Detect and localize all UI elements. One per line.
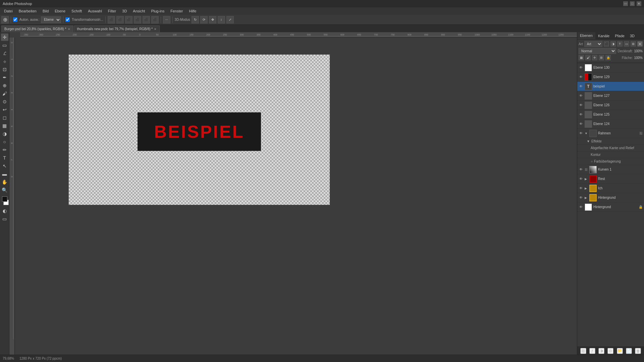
- layer-vis-rest[interactable]: 👁: [579, 177, 583, 181]
- new-layer-btn[interactable]: 📄: [626, 348, 632, 354]
- 3d-orbit-btn[interactable]: ↻: [192, 16, 199, 23]
- tab-burger[interactable]: Burger.psd bei 20,8% (sparkles, RGB/8) *…: [1, 25, 73, 32]
- filter-toggle[interactable]: ●: [637, 41, 643, 47]
- layer-effekte-arrow[interactable]: ▼: [587, 139, 590, 143]
- layer-effekte[interactable]: ▼ Effekte: [577, 138, 644, 145]
- lasso-tool[interactable]: 𝓛: [1, 50, 8, 57]
- menu-plugins[interactable]: Plug-ins: [148, 8, 167, 14]
- layer-beispiel[interactable]: 👁 T beispiel: [577, 82, 644, 91]
- minimize-button[interactable]: —: [623, 1, 628, 6]
- text-tool[interactable]: T: [1, 154, 8, 162]
- spot-heal-tool[interactable]: ⊕: [1, 82, 8, 89]
- blur-tool[interactable]: ◑: [1, 130, 8, 137]
- layer-vis-ebene130[interactable]: 👁: [579, 65, 583, 70]
- layer-vis-ebene126[interactable]: 👁: [579, 103, 583, 108]
- path-select-tool[interactable]: ↖: [1, 162, 8, 170]
- layer-kurven1[interactable]: 👁 ⛓ Kurven 1: [577, 165, 644, 174]
- filter-shape-btn[interactable]: ▭: [624, 41, 629, 47]
- 3d-roll-btn[interactable]: ⟳: [200, 16, 208, 23]
- select-rect-tool[interactable]: ▭: [1, 42, 8, 49]
- eraser-tool[interactable]: ◻: [1, 114, 8, 121]
- layer-ich[interactable]: 👁 ▶ Ich: [577, 184, 644, 193]
- tab-3d[interactable]: 3D: [627, 32, 637, 39]
- auto-select-dropdown[interactable]: Ebene: [41, 16, 61, 23]
- add-style-btn[interactable]: ƒ: [589, 348, 595, 354]
- filter-adj-btn[interactable]: ◑: [610, 41, 616, 47]
- layer-vis-hintergrund[interactable]: 👁: [579, 205, 583, 209]
- tab-pfade[interactable]: Pfade: [612, 32, 627, 39]
- fg-color[interactable]: [2, 196, 7, 202]
- 3d-slide-btn[interactable]: ↕: [218, 16, 225, 23]
- brush-tool[interactable]: 🖌: [1, 90, 8, 97]
- menu-auswahl[interactable]: Auswahl: [85, 8, 105, 14]
- menu-schrift[interactable]: Schrift: [69, 8, 85, 14]
- add-mask-btn[interactable]: ◑: [598, 348, 604, 354]
- lock-move-btn[interactable]: ✛: [592, 55, 597, 60]
- layer-hintergrund-group[interactable]: 👁 ▶ Hintergrund: [577, 193, 644, 202]
- hand-tool[interactable]: ✋: [1, 178, 8, 186]
- layer-rest[interactable]: 👁 ▶ Rest: [577, 174, 644, 184]
- layer-vis-ebene127[interactable]: 👁: [579, 94, 583, 98]
- menu-3d[interactable]: 3D: [119, 8, 129, 14]
- layer-ich-arrow[interactable]: ▶: [585, 187, 588, 190]
- menu-bild[interactable]: Bild: [40, 8, 51, 14]
- layer-hintergrund-group-arrow[interactable]: ▶: [585, 196, 588, 199]
- shape-tool[interactable]: ▬: [1, 170, 8, 178]
- layer-vis-ebene124[interactable]: 👁: [579, 122, 583, 126]
- menu-filter[interactable]: Filter: [105, 8, 119, 14]
- more-options-btn[interactable]: ···: [163, 16, 170, 23]
- menu-hilfe[interactable]: Hilfe: [186, 8, 199, 14]
- layer-rahmen[interactable]: 👁 ▼ Rahmen ⛓: [577, 129, 644, 138]
- layer-vis-ich[interactable]: 👁: [579, 186, 583, 191]
- layer-kontur[interactable]: Kontur: [577, 152, 644, 158]
- delete-layer-btn[interactable]: 🗑: [635, 348, 641, 354]
- crop-tool[interactable]: ⊡: [1, 66, 8, 73]
- lock-artboard-btn[interactable]: ⊞: [599, 55, 604, 60]
- align-right-btn[interactable]: ⬛: [151, 16, 159, 23]
- menu-ansicht[interactable]: Ansicht: [130, 8, 148, 14]
- tab-ebenen[interactable]: Ebenen: [577, 32, 595, 39]
- clone-tool[interactable]: ⊙: [1, 98, 8, 105]
- layer-vis-hintergrund-group[interactable]: 👁: [579, 195, 583, 200]
- link-layers-btn[interactable]: ⛓: [580, 348, 586, 354]
- menu-fenster[interactable]: Fenster: [168, 8, 185, 14]
- close-button[interactable]: ✕: [637, 1, 641, 6]
- 3d-pan-btn[interactable]: ✥: [209, 16, 216, 23]
- layer-ebene129[interactable]: 👁 Ebene 129: [577, 72, 644, 82]
- align-hmid-btn[interactable]: ⬛: [143, 16, 150, 23]
- layer-farbue[interactable]: ○ Farbüberlagerung: [577, 158, 644, 165]
- filter-pixel-btn[interactable]: ⬛: [604, 41, 609, 47]
- layer-type-filter[interactable]: Art: [584, 41, 602, 47]
- layer-bevel[interactable]: Abgeflachte Kante und Relief: [577, 145, 644, 152]
- layer-ebene124[interactable]: 👁 Ebene 124: [577, 119, 644, 129]
- layer-ebene125[interactable]: 👁 Ebene 125: [577, 110, 644, 119]
- zoom-tool[interactable]: 🔍: [1, 186, 8, 194]
- move-tool[interactable]: ✛: [1, 34, 8, 41]
- auto-select-checkbox[interactable]: [13, 17, 17, 22]
- tab-thumbnails-close[interactable]: ✕: [154, 27, 157, 31]
- align-bottom-btn[interactable]: ⬛: [125, 16, 132, 23]
- blend-mode-dropdown[interactable]: Normal: [579, 48, 616, 54]
- 3d-scale-btn[interactable]: ⤢: [226, 16, 234, 23]
- filter-smart-btn[interactable]: ⊞: [631, 41, 636, 47]
- menu-bearbeiten[interactable]: Bearbeiten: [16, 8, 39, 14]
- lock-all-btn[interactable]: 🔒: [605, 55, 611, 60]
- layer-rahmen-arrow[interactable]: ▼: [585, 132, 588, 135]
- align-left-btn[interactable]: ⬛: [134, 16, 141, 23]
- new-group-btn[interactable]: 📁: [617, 348, 623, 354]
- dodge-tool[interactable]: ○: [1, 138, 8, 145]
- layer-vis-rahmen[interactable]: 👁: [579, 131, 583, 136]
- pen-tool[interactable]: ✏: [1, 146, 8, 154]
- screen-mode-toggle[interactable]: ▭: [1, 215, 8, 223]
- menu-datei[interactable]: Datei: [1, 8, 15, 14]
- tab-thumbnails[interactable]: thumbnails new.psdc bei 79,7% (beispiel,…: [74, 25, 160, 32]
- menu-ebene[interactable]: Ebene: [52, 8, 68, 14]
- layer-ebene127[interactable]: 👁 Ebene 127: [577, 91, 644, 101]
- quick-mask-toggle[interactable]: ◐: [1, 207, 8, 215]
- history-brush[interactable]: ↩: [1, 106, 8, 113]
- transform-checkbox[interactable]: [65, 17, 70, 22]
- lock-transparent-btn[interactable]: ▦: [579, 55, 584, 60]
- tab-kanaele[interactable]: Kanäle: [595, 32, 612, 39]
- layer-hintergrund[interactable]: 👁 Hintergrund 🔒: [577, 202, 644, 212]
- layer-vis-ebene129[interactable]: 👁: [579, 75, 583, 79]
